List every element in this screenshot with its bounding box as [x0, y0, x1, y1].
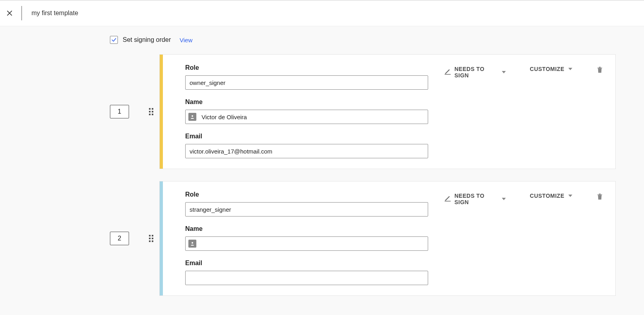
view-signing-order-link[interactable]: View [180, 37, 192, 43]
customize-dropdown[interactable]: CUSTOMIZE [530, 66, 572, 72]
page-title: my first template [31, 10, 78, 17]
chevron-down-icon [568, 68, 572, 70]
name-field: Name [185, 98, 428, 124]
customize-label: CUSTOMIZE [530, 193, 564, 199]
email-input[interactable] [185, 144, 428, 158]
contact-icon [188, 113, 196, 121]
pen-icon [444, 195, 451, 203]
close-button[interactable] [5, 8, 14, 18]
role-field: Role [185, 64, 428, 90]
recipient-card: Role Name [159, 181, 616, 296]
actions-column: NEEDS TO SIGN CUSTOMIZE [444, 191, 603, 285]
order-number-input[interactable]: 2 [110, 232, 129, 245]
chevron-down-icon [502, 71, 506, 73]
name-input[interactable] [185, 110, 428, 124]
name-label: Name [185, 98, 428, 106]
drag-handle[interactable] [149, 235, 155, 242]
customize-dropdown[interactable]: CUSTOMIZE [530, 193, 572, 199]
drag-handle[interactable] [149, 108, 155, 115]
role-label: Role [185, 64, 428, 71]
name-label: Name [185, 225, 428, 232]
chevron-down-icon [568, 195, 572, 197]
email-label: Email [185, 133, 428, 140]
trash-icon [596, 66, 603, 74]
email-input[interactable] [185, 271, 428, 285]
role-input[interactable] [185, 202, 428, 217]
recipient-card: Role Name [159, 54, 616, 169]
signing-order-checkbox[interactable] [110, 36, 118, 44]
needs-to-sign-dropdown[interactable]: NEEDS TO SIGN [444, 66, 506, 79]
close-icon [6, 9, 14, 17]
content-area: Set signing order View 1 Role [110, 36, 616, 296]
email-label: Email [185, 260, 428, 267]
check-icon [111, 37, 117, 43]
role-field: Role [185, 191, 428, 217]
trash-icon [596, 193, 603, 201]
email-field: Email [185, 133, 428, 158]
fields-column: Role Name [185, 64, 428, 158]
top-bar: my first template [0, 0, 644, 26]
email-field: Email [185, 260, 428, 285]
recipient-color-bar [160, 55, 163, 169]
delete-recipient-button[interactable] [596, 193, 603, 202]
customize-label: CUSTOMIZE [530, 66, 564, 72]
needs-to-sign-label: NEEDS TO SIGN [454, 66, 498, 79]
actions-column: NEEDS TO SIGN CUSTOMIZE [444, 64, 603, 158]
delete-recipient-button[interactable] [596, 66, 603, 75]
pen-icon [444, 68, 451, 77]
divider [22, 6, 22, 20]
signing-order-row: Set signing order View [110, 36, 616, 44]
recipient-color-bar [160, 181, 163, 295]
needs-to-sign-dropdown[interactable]: NEEDS TO SIGN [444, 193, 506, 205]
card-body: Role Name [163, 55, 615, 169]
card-body: Role Name [163, 181, 615, 295]
svg-point-1 [192, 242, 193, 244]
role-input[interactable] [185, 75, 428, 90]
role-label: Role [185, 191, 428, 198]
needs-to-sign-label: NEEDS TO SIGN [454, 193, 498, 205]
contact-icon [188, 240, 196, 248]
signing-order-label: Set signing order [123, 36, 171, 43]
page-body: Set signing order View 1 Role [0, 26, 644, 315]
name-field: Name [185, 225, 428, 251]
recipient-row: 2 Role Na [110, 181, 616, 296]
recipient-row: 1 Role Na [110, 54, 616, 169]
svg-point-0 [192, 115, 193, 117]
name-input[interactable] [185, 236, 428, 251]
order-number-input[interactable]: 1 [110, 105, 129, 118]
chevron-down-icon [502, 198, 506, 200]
fields-column: Role Name [185, 191, 428, 285]
